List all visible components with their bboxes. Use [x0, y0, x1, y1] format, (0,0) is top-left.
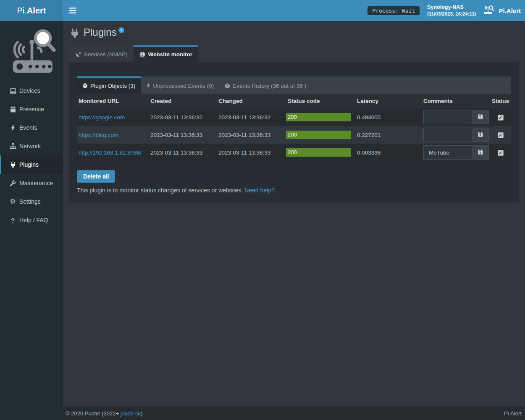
- gear-icon: ⚙: [9, 199, 16, 205]
- status-checkbox[interactable]: [498, 132, 504, 138]
- sidebar-item-settings[interactable]: ⚙ Settings: [0, 192, 63, 211]
- table-header-row: Monitored URL Created Changed Status cod…: [77, 94, 511, 108]
- navbar-brand[interactable]: Pi.Alert: [483, 5, 521, 16]
- help-badge[interactable]: ?: [118, 27, 124, 33]
- page-heading: Plugins ?: [69, 23, 519, 45]
- created-cell: 2023-03-11 13:36:33: [149, 144, 217, 161]
- plugin-table-body: https://google.com 2023-03-11 13:36:32 2…: [77, 108, 511, 161]
- table-row: http://192.168.1.82:8086/ 2023-03-11 13:…: [77, 144, 511, 161]
- website-monitor-panel: Plugin Objects (3) Unprocessed Events (0…: [69, 62, 519, 202]
- sitemap-icon: [9, 143, 16, 150]
- tab-label: Website monitor: [148, 51, 193, 58]
- sidebar-item-maintenance[interactable]: Maintenance: [0, 174, 63, 192]
- sidebar-item-label: Network: [19, 143, 41, 150]
- sidebar-item-label: Settings: [19, 198, 41, 205]
- jokob-sk-link[interactable]: jokob-sk: [121, 410, 141, 417]
- latency-cell: 0.227201: [355, 126, 422, 144]
- comment-input[interactable]: [424, 110, 472, 124]
- created-cell: 2023-03-11 13:36:32: [149, 108, 217, 126]
- calendar-icon: [9, 106, 16, 113]
- sidebar-item-presence[interactable]: Presence: [0, 100, 63, 118]
- comment-input-group: [423, 110, 489, 124]
- created-cell: 2023-03-11 13:36:33: [149, 126, 217, 144]
- column-header-created: Created: [149, 94, 217, 108]
- plugin-description: This plugin is to monitor status changes…: [77, 187, 511, 194]
- app-logo[interactable]: Pi.Alert: [0, 0, 63, 21]
- bolt-icon: [9, 125, 16, 131]
- sidebar-item-events[interactable]: Events: [0, 118, 63, 137]
- column-header-latency: Latency: [355, 94, 422, 108]
- tab-label: Services (NMAP): [84, 51, 128, 58]
- status-checkbox[interactable]: [498, 115, 504, 121]
- comment-input[interactable]: [424, 146, 472, 159]
- plug-icon: [70, 29, 79, 39]
- tab-website-monitor[interactable]: Website monitor: [134, 45, 199, 62]
- sidebar-item-label: Events: [19, 124, 37, 131]
- changed-cell: 2023-03-11 13:36:32: [217, 108, 286, 126]
- monitored-url-link[interactable]: http://192.168.1.82:8086/: [79, 150, 142, 156]
- sidebar-item-label: Presence: [19, 106, 44, 113]
- comment-input-group: [423, 145, 489, 160]
- plugin-objects-table: Monitored URL Created Changed Status cod…: [77, 94, 511, 161]
- sidebar-item-label: Help / FAQ: [19, 217, 48, 223]
- sidebar-item-label: Maintenance: [19, 180, 53, 186]
- column-header-status-code: Status code: [286, 94, 355, 108]
- column-header-comments: Comments: [422, 94, 490, 108]
- brand-pi: Pi.: [17, 6, 27, 16]
- table-row: https://google.com 2023-03-11 13:36:32 2…: [77, 108, 511, 126]
- status-checkbox[interactable]: [498, 150, 504, 156]
- copyleft-symbol: ©: [66, 410, 70, 417]
- sidebar-toggle-button[interactable]: [63, 0, 82, 21]
- comment-input[interactable]: [424, 128, 472, 142]
- page-title: Plugins: [84, 26, 117, 38]
- question-icon: ?: [9, 217, 16, 224]
- column-header-status: Status: [490, 94, 511, 108]
- tab-events-history[interactable]: Events History (36 out of 36 ): [219, 76, 312, 94]
- column-header-changed: Changed: [217, 94, 286, 108]
- floppy-save-icon: [478, 131, 483, 139]
- router-scan-icon: [483, 5, 495, 16]
- latency-cell: 0.484005: [355, 108, 422, 126]
- sidebar-router-logo: [0, 21, 63, 78]
- comment-input-group: [423, 128, 489, 142]
- sidebar-menu: Devices Presence Events Network Plugins …: [0, 81, 63, 229]
- tab-services-nmap[interactable]: Services (NMAP): [69, 45, 134, 62]
- footer-copyright: © 2020 Puche (2022+ jokob-sk): [66, 410, 142, 417]
- process-status-badge: Process: Wait: [368, 6, 420, 15]
- tab-plugin-objects[interactable]: Plugin Objects (3): [77, 76, 141, 94]
- plug-icon: [9, 162, 16, 168]
- navbar-brand-label: Pi.Alert: [499, 7, 521, 14]
- need-help-link[interactable]: Need help?: [244, 187, 275, 194]
- save-comment-button[interactable]: [472, 128, 488, 142]
- status-code-bar: 200: [286, 113, 351, 121]
- floppy-save-icon: [478, 149, 483, 156]
- sidebar-item-plugins[interactable]: Plugins: [0, 155, 63, 174]
- footer: © 2020 Puche (2022+ jokob-sk) Pi.Alert: [63, 407, 525, 420]
- delete-all-button[interactable]: Delete all: [77, 170, 115, 183]
- sidebar-item-network[interactable]: Network: [0, 137, 63, 155]
- tab-label: Events History (36 out of 36 ): [233, 83, 306, 89]
- monitored-url-link[interactable]: https://bing.com: [79, 132, 118, 138]
- bolt-icon: [146, 83, 150, 89]
- table-row: https://bing.com 2023-03-11 13:36:33 202…: [77, 126, 511, 144]
- top-bar: Pi.Alert Process: Wait Synology-NAS (11/…: [0, 0, 525, 21]
- navbar-right: Process: Wait Synology-NAS (11/03/2023, …: [368, 4, 525, 17]
- hamburger-icon: [69, 8, 76, 13]
- status-code-bar: 200: [286, 148, 351, 157]
- sidebar-item-help[interactable]: ? Help / FAQ: [0, 211, 63, 229]
- sidebar: Devices Presence Events Network Plugins …: [0, 21, 63, 420]
- sidebar-item-label: Plugins: [19, 161, 39, 168]
- content-area: Plugins ? Services (NMAP) Website monito…: [63, 21, 525, 407]
- save-comment-button[interactable]: [472, 146, 488, 159]
- save-comment-button[interactable]: [472, 110, 488, 124]
- sidebar-item-devices[interactable]: Devices: [0, 81, 63, 100]
- tab-label: Plugin Objects (3): [90, 83, 135, 89]
- changed-cell: 2023-03-11 13:36:33: [217, 126, 286, 144]
- tab-unprocessed-events[interactable]: Unprocessed Events (0): [141, 76, 219, 94]
- description-text: This plugin is to monitor status changes…: [77, 187, 243, 194]
- navbar: Process: Wait Synology-NAS (11/03/2023, …: [63, 0, 525, 21]
- status-code-bar: 200: [286, 131, 351, 139]
- monitored-url-link[interactable]: https://google.com: [79, 114, 125, 121]
- globe-icon: [139, 52, 145, 58]
- host-name: Synology-NAS: [427, 4, 476, 10]
